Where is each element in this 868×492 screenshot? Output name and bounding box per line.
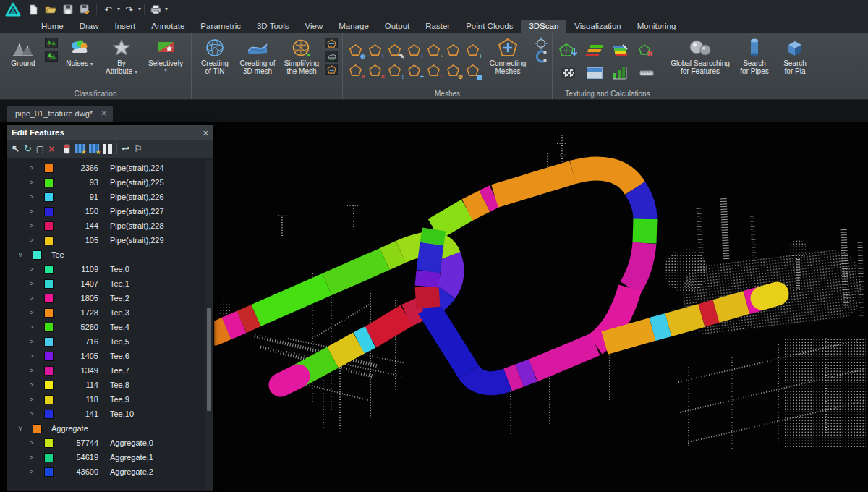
mesh-tool-icon-10[interactable]: +: [404, 60, 424, 80]
texture-mesh-download-icon[interactable]: [556, 39, 582, 62]
noises-button[interactable]: Noises: [59, 35, 100, 67]
expand-chevron-icon[interactable]: [28, 339, 35, 345]
expand-chevron-icon[interactable]: [17, 425, 24, 432]
feature-row[interactable]: 91Pipe(strait),226: [7, 190, 213, 204]
calculation-columns-icon[interactable]: [608, 62, 634, 84]
feature-row[interactable]: 54619Aggregate,1: [7, 450, 213, 465]
delete-icon[interactable]: ×: [48, 144, 54, 154]
feature-group-row[interactable]: Tee: [7, 247, 213, 262]
close-icon[interactable]: ×: [101, 109, 106, 118]
expand-chevron-icon[interactable]: [28, 266, 35, 273]
expand-chevron-icon[interactable]: [28, 208, 35, 215]
creating-of-tin-button[interactable]: Creating of TIN: [195, 35, 235, 75]
document-tab[interactable]: pipe_01_feature.dwg* ×: [7, 106, 113, 122]
search-pipes-button[interactable]: Search for Pipes: [734, 35, 775, 75]
tab-visualization[interactable]: Visualization: [566, 20, 629, 33]
expand-chevron-icon[interactable]: [28, 368, 35, 374]
mesh-lines-icon[interactable]: [325, 38, 338, 48]
mesh-tool-icon-1[interactable]: +: [365, 40, 385, 60]
scrollbar[interactable]: [205, 160, 213, 490]
qat-customize-icon[interactable]: [165, 7, 168, 12]
expand-chevron-icon[interactable]: [28, 295, 35, 302]
expand-chevron-icon[interactable]: [28, 237, 35, 244]
select-arrow-icon[interactable]: ↖: [12, 144, 20, 153]
feature-row[interactable]: 57744Aggregate,0: [7, 436, 213, 450]
feature-row[interactable]: 1728Tee,3: [7, 305, 213, 320]
mesh-tool-icon-12[interactable]: ⊕: [443, 60, 463, 80]
feature-row[interactable]: 1805Tee,2: [7, 291, 213, 305]
expand-chevron-icon[interactable]: [28, 281, 35, 287]
corner-arrow-icon[interactable]: ↩: [122, 144, 129, 153]
tab-monitoring[interactable]: Monitoring: [629, 20, 684, 33]
zoom-window-icon[interactable]: ▢: [36, 145, 44, 153]
classify-vegetation-icon[interactable]: [45, 51, 58, 62]
expand-chevron-icon[interactable]: [28, 353, 35, 360]
undo-button[interactable]: ↶: [100, 2, 116, 17]
expand-chevron-icon[interactable]: [17, 252, 24, 258]
mesh-tool-icon-5[interactable]: [443, 40, 463, 60]
search-planes-button[interactable]: Search for Pla: [775, 35, 815, 75]
feature-row[interactable]: 5260Tee,4: [7, 320, 213, 334]
tab-parametric[interactable]: Parametric: [192, 20, 249, 33]
feature-group-row[interactable]: Aggregate: [7, 421, 213, 436]
ruler-icon[interactable]: [634, 62, 660, 84]
creating-of-3d-mesh-button[interactable]: Creating of 3D mesh: [235, 35, 280, 75]
feature-row[interactable]: 43600Aggregate,2: [7, 465, 213, 479]
tab-draw[interactable]: Draw: [72, 20, 107, 33]
expand-chevron-icon[interactable]: [28, 223, 35, 229]
checkerboard-icon[interactable]: [556, 62, 582, 84]
tab-3d-tools[interactable]: 3D Tools: [249, 20, 297, 33]
mesh-tool-icon-2[interactable]: ✎: [385, 40, 404, 60]
refresh-icon[interactable]: ↻: [24, 144, 32, 153]
mesh-tool-icon-4[interactable]: ◔: [424, 40, 443, 60]
mesh-tool-icon-9[interactable]: ↕: [385, 60, 404, 80]
simplifying-the-mesh-button[interactable]: Simplifying the Mesh: [280, 35, 323, 75]
classify-trees-icon[interactable]: [45, 38, 58, 48]
mesh-tool-icon-8[interactable]: ×: [365, 60, 385, 80]
mesh-tool-icon-7[interactable]: ×: [346, 60, 365, 80]
edit-features-header[interactable]: Edit Features ×: [7, 125, 213, 140]
tab-3dscan[interactable]: 3DScan: [521, 20, 566, 33]
expand-chevron-icon[interactable]: [28, 440, 35, 446]
cylinder-feature-icon[interactable]: [64, 144, 70, 154]
expand-chevron-icon[interactable]: [28, 310, 35, 316]
save-button[interactable]: [59, 2, 76, 17]
expand-chevron-icon[interactable]: [28, 382, 35, 389]
feature-row[interactable]: 1405Tee,6: [7, 349, 213, 363]
plot-button[interactable]: [148, 2, 164, 17]
feature-row[interactable]: 141Tee,10: [7, 407, 213, 421]
feature-row[interactable]: 118Tee,9: [7, 392, 213, 407]
tab-raster[interactable]: Raster: [417, 20, 458, 33]
mesh-delete-small-icon[interactable]: [634, 39, 660, 62]
feature-row[interactable]: 1407Tee,1: [7, 276, 213, 291]
redo-dropdown-icon[interactable]: [138, 7, 141, 12]
feature-row[interactable]: 150Pipe(strait),227: [7, 204, 213, 219]
table-star-icon[interactable]: ★: [75, 144, 85, 153]
feature-row[interactable]: 2366Pipe(strait),224: [7, 161, 213, 175]
expand-chevron-icon[interactable]: [28, 194, 35, 200]
selectively-button[interactable]: Selectively: [143, 35, 188, 73]
open-folder-button[interactable]: [42, 2, 59, 17]
undo-dropdown-icon[interactable]: [117, 7, 120, 12]
expand-chevron-icon[interactable]: [28, 411, 35, 417]
feature-row[interactable]: 144Pipe(strait),228: [7, 219, 213, 233]
cloud-to-mesh-icon[interactable]: [325, 51, 338, 62]
feature-row[interactable]: 105Pipe(strait),229: [7, 233, 213, 247]
expand-chevron-icon[interactable]: [28, 454, 35, 461]
magnet-curve-icon[interactable]: [535, 51, 548, 62]
app-logo-icon[interactable]: [2, 1, 24, 18]
tab-output[interactable]: Output: [377, 20, 418, 33]
feature-row[interactable]: 114Tee,8: [7, 378, 213, 392]
expand-chevron-icon[interactable]: [28, 469, 35, 475]
expand-chevron-icon[interactable]: [28, 324, 35, 331]
mesh-tool-icon-3[interactable]: +: [404, 40, 424, 60]
by-attribute-button[interactable]: By Attribute: [100, 35, 143, 75]
mesh-export-icon[interactable]: [325, 64, 338, 75]
tab-point-clouds[interactable]: Point Clouds: [458, 20, 521, 33]
ground-button[interactable]: Ground: [3, 35, 43, 67]
mesh-tool-icon-0[interactable]: ⊕: [346, 40, 365, 60]
flag-icon[interactable]: ⚐: [134, 144, 142, 153]
bars-icon[interactable]: [103, 144, 112, 154]
layers-icon[interactable]: [582, 39, 608, 62]
tab-insert[interactable]: Insert: [107, 20, 144, 33]
